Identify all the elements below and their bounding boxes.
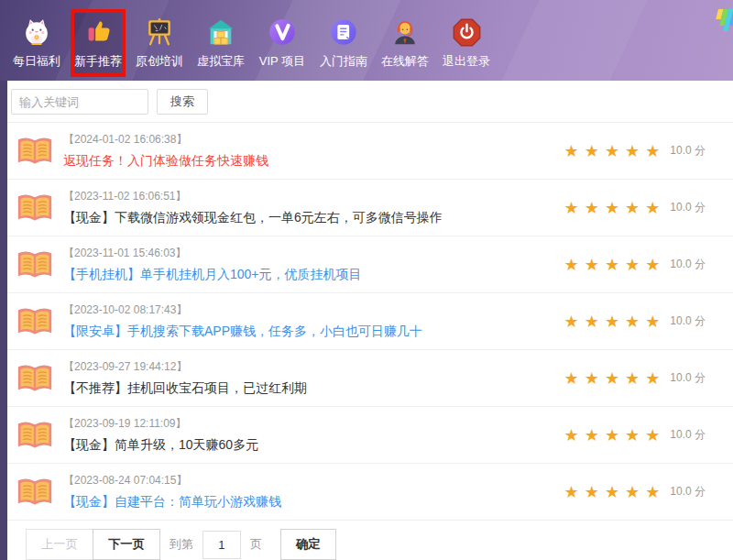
nav-item-label: 入门指南 [320, 53, 367, 70]
vip-badge-icon [267, 15, 298, 48]
search-bar: 搜索 [7, 81, 733, 123]
nav-item-label: 原创培训 [136, 53, 183, 70]
list-item: 【2024-01-02 16:06:38】 返现任务！入门体验做任务快速赚钱 ★… [7, 123, 733, 180]
book-icon [16, 305, 53, 337]
article-list: 【2024-01-02 16:06:38】 返现任务！入门体验做任务快速赚钱 ★… [7, 123, 733, 521]
nav-item-label: VIP 项目 [259, 53, 305, 70]
site-logo-icon [712, 5, 733, 38]
confirm-page-button[interactable]: 确定 [280, 529, 336, 560]
lucky-cat-icon [21, 15, 52, 48]
item-title-link[interactable]: 【限安卓】手机搜索下载APP赚钱，任务多，小白也可日赚几十 [63, 324, 422, 340]
top-navigation: 每日福利 新手推荐 原创培训 [0, 0, 733, 81]
nav-item-logout[interactable]: 退出登录 [439, 9, 494, 77]
list-item: 【2023-08-24 07:04:15】 【现金】自建平台：简单玩小游戏赚钱 … [7, 464, 733, 521]
score-label: 10.0 分 [670, 143, 706, 159]
nav-item-label: 退出登录 [443, 53, 490, 70]
goto-page-prefix: 到第 [170, 536, 193, 553]
item-title-link[interactable]: 【现金】下载微信游戏领现金红包，一单6元左右，可多微信号操作 [63, 210, 443, 226]
book-icon [16, 419, 53, 451]
next-page-button[interactable]: 下一页 [93, 529, 160, 560]
nav-item-label: 虚拟宝库 [197, 53, 245, 70]
item-timestamp: 【2023-10-02 08:17:43】 [63, 302, 564, 318]
nav-item-label: 新手推荐 [74, 53, 122, 70]
nav-item-original-training[interactable]: 原创培训 [132, 9, 187, 77]
nav-item-virtual-treasury[interactable]: 虚拟宝库 [193, 9, 248, 77]
left-edge-strip [0, 81, 7, 560]
score-label: 10.0 分 [670, 427, 706, 443]
item-timestamp: 【2023-11-02 16:06:51】 [63, 189, 564, 204]
nav-item-online-support[interactable]: 在线解答 [377, 9, 432, 77]
support-agent-icon [389, 15, 421, 48]
score-label: 10.0 分 [670, 484, 706, 500]
thumb-up-icon [82, 15, 114, 48]
item-title-link[interactable]: 返现任务！入门体验做任务快速赚钱 [63, 153, 268, 170]
item-title-link[interactable]: 【现金】简单升级，10天赚60多元 [63, 437, 258, 454]
nav-item-label: 每日福利 [13, 53, 60, 70]
list-item: 【2023-11-01 15:46:03】 【手机挂机】单手机挂机月入100+元… [7, 236, 733, 293]
pagination: 上一页 下一页 到第 页 确定 [7, 521, 733, 560]
book-icon [16, 248, 53, 280]
goto-page-suffix: 页 [250, 536, 262, 553]
prev-page-button[interactable]: 上一页 [26, 529, 93, 560]
score-label: 10.0 分 [670, 313, 706, 329]
nav-item-starter-guide[interactable]: 入门指南 [316, 9, 371, 77]
star-rating: ★★★★★ [564, 200, 666, 216]
search-button[interactable]: 搜索 [157, 89, 208, 115]
book-icon [16, 476, 53, 508]
book-icon [16, 192, 53, 224]
search-input[interactable] [11, 89, 148, 115]
star-rating: ★★★★★ [564, 427, 666, 444]
list-item: 【2023-10-02 08:17:43】 【限安卓】手机搜索下载APP赚钱，任… [7, 293, 733, 350]
guide-document-icon [328, 15, 359, 48]
score-label: 10.0 分 [670, 370, 706, 386]
nav-item-daily-welfare[interactable]: 每日福利 [9, 9, 64, 77]
book-icon [16, 362, 53, 394]
page-number-input[interactable] [202, 531, 241, 559]
content-panel: 搜索 【2024-01-02 16:06:38】 返现任务！入门体验做任务快速赚… [7, 81, 733, 560]
item-title-link[interactable]: 【手机挂机】单手机挂机月入100+元，优质挂机项目 [63, 267, 362, 283]
nav-item-newbie-recommend[interactable]: 新手推荐 [71, 9, 126, 77]
book-icon [16, 135, 53, 167]
nav-item-label: 在线解答 [381, 53, 429, 70]
item-timestamp: 【2023-09-27 19:44:12】 [63, 359, 564, 375]
nav-item-vip-projects[interactable]: VIP 项目 [255, 9, 310, 77]
item-timestamp: 【2023-11-01 15:46:03】 [63, 246, 564, 261]
item-timestamp: 【2023-09-19 12:11:09】 [63, 416, 564, 432]
item-title-link[interactable]: 【不推荐】挂机回收宝石项目，已过红利期 [63, 380, 307, 397]
treasure-house-icon [205, 15, 236, 48]
item-timestamp: 【2023-08-24 07:04:15】 [63, 473, 564, 489]
list-item: 【2023-09-19 12:11:09】 【现金】简单升级，10天赚60多元 … [7, 407, 733, 464]
score-label: 10.0 分 [670, 257, 706, 272]
nav-items: 每日福利 新手推荐 原创培训 [0, 0, 733, 77]
power-logout-icon [452, 15, 482, 48]
star-rating: ★★★★★ [564, 370, 666, 387]
star-rating: ★★★★★ [564, 143, 666, 159]
list-item: 【2023-11-02 16:06:51】 【现金】下载微信游戏领现金红包，一单… [7, 180, 733, 236]
item-title-link[interactable]: 【现金】自建平台：简单玩小游戏赚钱 [63, 494, 281, 511]
blackboard-icon [144, 15, 175, 48]
score-label: 10.0 分 [670, 200, 706, 215]
item-timestamp: 【2024-01-02 16:06:38】 [63, 132, 564, 148]
list-item: 【2023-09-27 19:44:12】 【不推荐】挂机回收宝石项目，已过红利… [7, 350, 733, 407]
star-rating: ★★★★★ [564, 257, 666, 273]
star-rating: ★★★★★ [564, 313, 666, 330]
star-rating: ★★★★★ [564, 484, 666, 500]
